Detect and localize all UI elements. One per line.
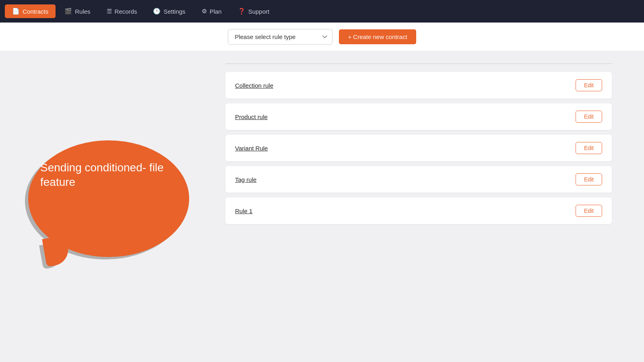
rules-divider	[225, 64, 612, 64]
edit-button-product-rule[interactable]: Edit	[576, 111, 602, 123]
nav-label-contracts: Contracts	[23, 8, 48, 15]
rule-card-rule-1: Rule 1 Edit	[225, 197, 612, 224]
main-nav: 📄 Contracts 🎬 Rules ☰ Records 🕐 Settings…	[0, 0, 644, 23]
support-icon: ❓	[238, 8, 246, 15]
rule-card-variant-rule: Variant Rule Edit	[225, 135, 612, 161]
records-icon: ☰	[107, 8, 112, 15]
rule-name-tag-rule[interactable]: Tag rule	[235, 176, 256, 183]
nav-item-plan[interactable]: ⚙ Plan	[194, 4, 229, 18]
settings-icon: 🕐	[153, 8, 161, 15]
edit-button-collection-rule[interactable]: Edit	[576, 79, 602, 91]
rule-card-collection-rule: Collection rule Edit	[225, 72, 612, 99]
contracts-icon: 📄	[12, 8, 20, 15]
nav-label-support: Support	[248, 8, 270, 15]
rule-name-product-rule[interactable]: Product rule	[235, 113, 268, 120]
speech-bubble: Sending conditioned- file feature	[16, 140, 193, 273]
edit-button-rule-1[interactable]: Edit	[576, 205, 602, 217]
nav-item-rules[interactable]: 🎬 Rules	[57, 4, 97, 18]
nav-item-settings[interactable]: 🕐 Settings	[146, 4, 192, 18]
rule-name-rule-1[interactable]: Rule 1	[235, 208, 252, 214]
nav-label-settings: Settings	[163, 8, 185, 15]
nav-label-records: Records	[115, 8, 137, 15]
rule-name-variant-rule[interactable]: Variant Rule	[235, 145, 268, 152]
bubble-area: Sending conditioned- file feature	[0, 51, 209, 362]
bubble-tail	[42, 235, 70, 267]
nav-item-support[interactable]: ❓ Support	[231, 4, 277, 18]
nav-item-contracts[interactable]: 📄 Contracts	[5, 4, 56, 18]
plan-icon: ⚙	[202, 8, 207, 15]
nav-label-plan: Plan	[210, 8, 222, 15]
rule-card-product-rule: Product rule Edit	[225, 103, 612, 130]
edit-button-tag-rule[interactable]: Edit	[576, 173, 602, 185]
edit-button-variant-rule[interactable]: Edit	[576, 142, 602, 154]
main-content: Sending conditioned- file feature Collec…	[0, 51, 644, 362]
create-contract-button[interactable]: + Create new contract	[339, 29, 416, 44]
toolbar: Please select rule type Collection rule …	[0, 23, 644, 51]
nav-item-records[interactable]: ☰ Records	[99, 4, 144, 18]
rules-icon: 🎬	[64, 8, 72, 15]
rule-type-select[interactable]: Please select rule type Collection rule …	[228, 29, 332, 45]
rule-card-tag-rule: Tag rule Edit	[225, 166, 612, 193]
create-contract-label: + Create new contract	[348, 33, 407, 40]
rules-area: Collection rule Edit Product rule Edit V…	[209, 51, 644, 362]
bubble-text: Sending conditioned- file feature	[40, 160, 165, 190]
nav-label-rules: Rules	[75, 8, 90, 15]
rule-name-collection-rule[interactable]: Collection rule	[235, 82, 273, 89]
